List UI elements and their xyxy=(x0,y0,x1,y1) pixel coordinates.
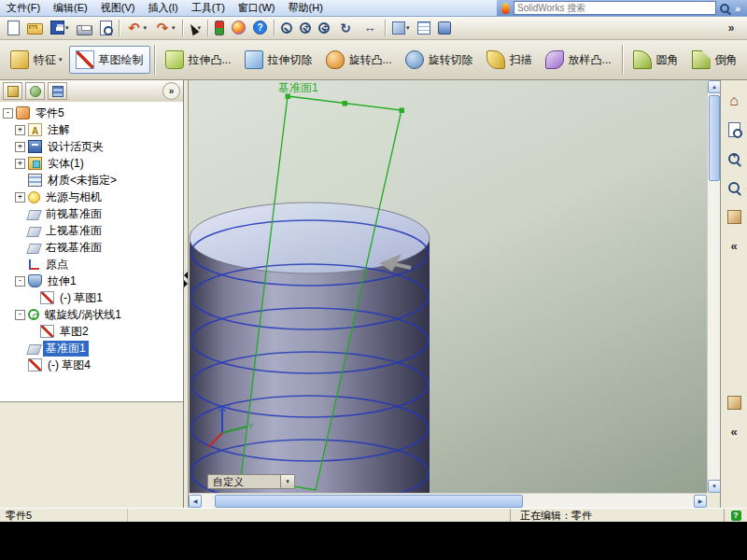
zoom-area-button[interactable] xyxy=(723,176,745,199)
feature-button-3[interactable]: 旋转切除 xyxy=(399,46,480,74)
menu-item-6[interactable]: 帮助(H) xyxy=(282,0,330,16)
collapse-bottom-button[interactable] xyxy=(723,420,745,442)
tree-item[interactable]: 材质<未指定> xyxy=(0,172,183,189)
tree-expander-icon[interactable]: + xyxy=(15,159,25,169)
zoom-area-button[interactable] xyxy=(297,17,314,39)
rotate-view-button[interactable] xyxy=(334,17,357,39)
feature-button-6[interactable]: 圆角 xyxy=(627,46,685,74)
plane-handle[interactable] xyxy=(343,101,348,106)
tree-expander-icon[interactable]: - xyxy=(15,276,25,287)
tab-configuration-manager[interactable] xyxy=(48,82,67,100)
feature-button-7[interactable]: 倒角 xyxy=(685,46,744,74)
open-button[interactable] xyxy=(24,17,46,39)
tree-item[interactable]: 上视基准面 xyxy=(0,222,183,239)
scroll-right-button[interactable]: ▶ xyxy=(694,495,707,508)
tree-item[interactable]: (-) 草图4 xyxy=(0,357,183,373)
plane-handle[interactable] xyxy=(286,94,291,100)
tree-expander-icon[interactable]: + xyxy=(15,192,25,203)
tree-item[interactable]: 原点 xyxy=(0,256,183,273)
print-preview-button[interactable] xyxy=(97,17,115,39)
model-canvas[interactable]: 基准面1 Z Y xyxy=(189,80,707,493)
reference-views-button[interactable] xyxy=(723,391,745,413)
pan-button[interactable] xyxy=(359,17,381,39)
zoom-to-fit-button[interactable] xyxy=(723,119,745,141)
wireframe-button[interactable] xyxy=(415,17,433,39)
save-button[interactable]: ▾ xyxy=(48,17,72,39)
view-settings-button[interactable] xyxy=(723,205,745,228)
redo-button[interactable]: ▾ xyxy=(151,17,178,39)
dropdown-arrow-icon[interactable]: ▾ xyxy=(65,24,69,32)
tree-item[interactable]: 基准面1 xyxy=(0,340,183,357)
panel-splitter[interactable] xyxy=(184,80,189,508)
zoom-in-out-button[interactable] xyxy=(723,147,745,170)
combo-dropdown-icon[interactable]: ▾ xyxy=(280,475,294,488)
cm-tab-0[interactable]: 特征▾ xyxy=(4,46,69,74)
splitter-arrows-icon[interactable] xyxy=(184,272,189,287)
tree-item[interactable]: 草图2 xyxy=(0,323,183,340)
scroll-down-button[interactable]: ▼ xyxy=(708,480,721,493)
scroll-left-button[interactable]: ◀ xyxy=(189,495,202,508)
feature-button-1[interactable]: 拉伸切除 xyxy=(238,46,319,74)
view-orientation-button[interactable] xyxy=(723,90,745,112)
tree-expander-icon[interactable]: - xyxy=(15,310,25,320)
graphics-viewport[interactable]: 基准面1 Z Y 自定义 ▾ xyxy=(189,80,707,493)
new-button[interactable] xyxy=(5,17,22,39)
menu-item-3[interactable]: 插入(I) xyxy=(141,0,184,16)
select-button[interactable]: ▾ xyxy=(187,17,204,39)
tree-item[interactable]: 前视基准面 xyxy=(0,205,183,222)
tree-item[interactable]: + 设计活页夹 xyxy=(0,138,183,155)
standard-views-button[interactable]: ▾ xyxy=(389,17,413,39)
feature-button-0[interactable]: 拉伸凸... xyxy=(159,46,238,74)
tree-item[interactable]: + 注解 xyxy=(0,121,183,138)
menu-overflow-chevron[interactable]: » xyxy=(733,3,742,14)
tab-property-manager[interactable] xyxy=(25,82,45,100)
tree-item[interactable]: + 实体(1) xyxy=(0,155,183,172)
scroll-up-button[interactable]: ▲ xyxy=(708,80,721,93)
feature-button-5[interactable]: 放样凸... xyxy=(539,46,618,74)
print-button[interactable] xyxy=(74,17,95,39)
menu-item-1[interactable]: 编辑(E) xyxy=(47,0,94,16)
tree-item[interactable]: - 拉伸1 xyxy=(0,273,183,289)
collapse-top-button[interactable] xyxy=(723,234,745,257)
menu-item-0[interactable]: 文件(F) xyxy=(0,0,47,16)
tree-item[interactable]: - 螺旋线/涡状线1 xyxy=(0,306,183,323)
help-button[interactable] xyxy=(250,17,270,39)
vertical-scroll-thumb[interactable] xyxy=(709,95,720,181)
shaded-button[interactable] xyxy=(435,17,454,39)
feature-button-2[interactable]: 旋转凸... xyxy=(319,46,399,74)
tree-item[interactable]: + 光源与相机 xyxy=(0,189,183,205)
dropdown-arrow-icon[interactable]: ▾ xyxy=(144,24,148,32)
tree-expander-icon[interactable]: - xyxy=(3,108,13,119)
feature-button-4[interactable]: 扫描 xyxy=(480,46,539,74)
menu-item-5[interactable]: 窗口(W) xyxy=(232,0,282,16)
horizontal-scroll-thumb[interactable] xyxy=(215,495,523,508)
zoom-to-fit-button[interactable] xyxy=(278,17,295,39)
dropdown-arrow-icon[interactable]: ▾ xyxy=(59,56,63,63)
tree-item[interactable]: - 零件5 xyxy=(0,105,183,121)
help-icon[interactable]: ? xyxy=(731,511,741,521)
panel-expand-button[interactable]: » xyxy=(162,82,180,100)
tree-item-label: 拉伸1 xyxy=(45,273,79,289)
tree-item[interactable]: 右视基准面 xyxy=(0,239,183,256)
search-input[interactable]: SolidWorks 搜索 xyxy=(514,1,716,15)
tree-expander-icon[interactable]: + xyxy=(15,142,25,152)
dropdown-arrow-icon[interactable]: ▾ xyxy=(172,24,176,32)
vertical-scrollbar[interactable]: ▲ ▼ xyxy=(707,80,720,493)
toolbar-overflow-button[interactable] xyxy=(720,17,742,39)
tab-feature-manager[interactable] xyxy=(3,82,22,100)
tree-expander-icon[interactable]: + xyxy=(15,125,25,135)
dropdown-arrow-icon[interactable]: ▾ xyxy=(406,24,410,32)
cm-tab-1[interactable]: 草图绘制 xyxy=(69,46,150,74)
feature-button-8[interactable]: 筋 xyxy=(744,46,747,74)
rebuild-button[interactable] xyxy=(212,17,227,39)
view-style-combo[interactable]: 自定义 ▾ xyxy=(207,474,295,489)
undo-button[interactable]: ▾ xyxy=(123,17,150,39)
menu-item-4[interactable]: 工具(T) xyxy=(185,0,232,16)
plane-handle[interactable] xyxy=(400,108,405,114)
search-icon[interactable] xyxy=(720,4,729,13)
menu-item-2[interactable]: 视图(V) xyxy=(94,0,142,16)
tree-item[interactable]: (-) 草图1 xyxy=(0,289,183,306)
appearance-button[interactable] xyxy=(229,17,248,39)
zoom-in-out-button[interactable] xyxy=(316,17,332,39)
horizontal-scrollbar[interactable]: ◀ ▶ xyxy=(189,493,707,508)
